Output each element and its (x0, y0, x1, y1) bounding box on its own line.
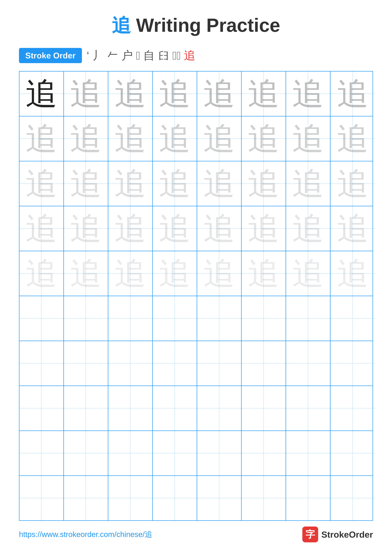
cell-8-3 (108, 386, 153, 431)
cell-1-4: 追 (153, 72, 197, 116)
cell-6-3 (108, 296, 153, 341)
cell-1-5: 追 (197, 72, 242, 116)
cell-7-7 (286, 341, 330, 386)
footer-logo-text: StrokeOrder (321, 529, 373, 540)
cell-7-3 (108, 341, 153, 386)
cell-8-4 (153, 386, 197, 431)
cell-4-2: 追 (64, 206, 108, 251)
cell-3-6: 追 (242, 161, 286, 206)
cell-7-1 (20, 341, 64, 386)
cell-9-3 (108, 431, 153, 475)
cell-4-6: 追 (242, 206, 286, 251)
grid-row-6 (20, 296, 372, 341)
stroke-sequence: ‘ ⼃ 𠂉 户 𠂌 自 𦥑 追̣ 追 (87, 48, 195, 63)
cell-10-8 (330, 476, 375, 520)
cell-6-5 (197, 296, 242, 341)
cell-10-7 (286, 476, 330, 520)
grid-row-2: 追 追 追 追 追 追 追 追 (20, 117, 372, 161)
cell-1-8: 追 (330, 72, 375, 116)
cell-2-5: 追 (197, 117, 242, 161)
practice-grid: 追 追 追 追 追 追 追 追 追 追 追 追 追 追 追 追 追 追 追 追 … (19, 71, 373, 521)
cell-1-2: 追 (64, 72, 108, 116)
cell-3-7: 追 (286, 161, 330, 206)
cell-4-5: 追 (197, 206, 242, 251)
cell-5-4: 追 (153, 251, 197, 296)
grid-row-7 (20, 341, 372, 386)
footer-logo: 字 StrokeOrder (302, 526, 373, 542)
cell-7-4 (153, 341, 197, 386)
title-text: Writing Practice (136, 15, 280, 36)
cell-4-4: 追 (153, 206, 197, 251)
cell-3-2: 追 (64, 161, 108, 206)
grid-row-1: 追 追 追 追 追 追 追 追 (20, 72, 372, 117)
footer: https://www.strokeorder.com/chinese/追 字 … (19, 526, 373, 542)
cell-7-6 (242, 341, 286, 386)
cell-5-2: 追 (64, 251, 108, 296)
cell-3-3: 追 (108, 161, 153, 206)
cell-4-7: 追 (286, 206, 330, 251)
stroke-9: 追 (184, 48, 195, 63)
stroke-5: 𠂌 (136, 49, 140, 62)
stroke-order-section: Stroke Order ‘ ⼃ 𠂉 户 𠂌 自 𦥑 追̣ 追 (0, 48, 392, 63)
cell-5-7: 追 (286, 251, 330, 296)
cell-2-7: 追 (286, 117, 330, 161)
cell-8-8 (330, 386, 375, 431)
cell-5-8: 追 (330, 251, 375, 296)
cell-2-1: 追 (20, 117, 64, 161)
cell-2-3: 追 (108, 117, 153, 161)
footer-logo-icon: 字 (302, 526, 318, 542)
grid-row-4: 追 追 追 追 追 追 追 追 (20, 206, 372, 251)
cell-3-4: 追 (153, 161, 197, 206)
cell-9-2 (64, 431, 108, 475)
grid-row-3: 追 追 追 追 追 追 追 追 (20, 161, 372, 206)
cell-7-8 (330, 341, 375, 386)
cell-6-1 (20, 296, 64, 341)
cell-8-7 (286, 386, 330, 431)
stroke-6: 自 (143, 48, 155, 63)
grid-row-5: 追 追 追 追 追 追 追 追 (20, 251, 372, 296)
cell-6-6 (242, 296, 286, 341)
grid-row-9 (20, 431, 372, 476)
stroke-8: 追̣ (172, 49, 181, 62)
cell-7-5 (197, 341, 242, 386)
cell-5-6: 追 (242, 251, 286, 296)
cell-2-4: 追 (153, 117, 197, 161)
cell-5-1: 追 (20, 251, 64, 296)
cell-10-3 (108, 476, 153, 520)
cell-4-1: 追 (20, 206, 64, 251)
cell-2-6: 追 (242, 117, 286, 161)
cell-1-6: 追 (242, 72, 286, 116)
cell-1-3: 追 (108, 72, 153, 116)
cell-5-5: 追 (197, 251, 242, 296)
cell-8-5 (197, 386, 242, 431)
cell-3-1: 追 (20, 161, 64, 206)
cell-5-3: 追 (108, 251, 153, 296)
cell-10-6 (242, 476, 286, 520)
grid-row-8 (20, 386, 372, 431)
cell-6-7 (286, 296, 330, 341)
cell-10-1 (20, 476, 64, 520)
cell-10-4 (153, 476, 197, 520)
cell-9-1 (20, 431, 64, 475)
stroke-4: 户 (121, 48, 133, 63)
cell-6-2 (64, 296, 108, 341)
cell-10-2 (64, 476, 108, 520)
stroke-2: ⼃ (92, 48, 104, 63)
page-title: 追 Writing Practice (0, 0, 392, 48)
cell-9-7 (286, 431, 330, 475)
cell-8-6 (242, 386, 286, 431)
cell-9-6 (242, 431, 286, 475)
cell-6-8 (330, 296, 375, 341)
cell-9-4 (153, 431, 197, 475)
stroke-7: 𦥑 (158, 49, 169, 62)
cell-1-7: 追 (286, 72, 330, 116)
cell-3-8: 追 (330, 161, 375, 206)
grid-row-10 (20, 476, 372, 520)
cell-2-2: 追 (64, 117, 108, 161)
cell-4-8: 追 (330, 206, 375, 251)
cell-10-5 (197, 476, 242, 520)
cell-4-3: 追 (108, 206, 153, 251)
cell-3-5: 追 (197, 161, 242, 206)
cell-9-8 (330, 431, 375, 475)
cell-2-8: 追 (330, 117, 375, 161)
